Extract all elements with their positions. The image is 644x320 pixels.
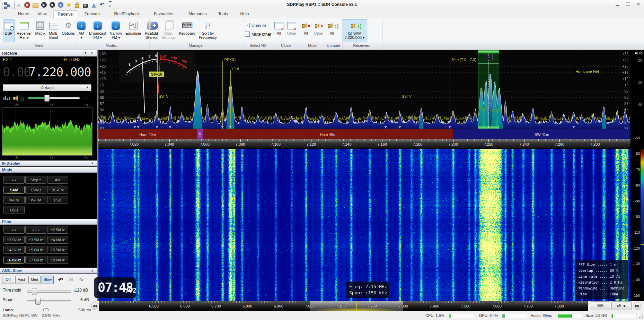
agc-button-off[interactable]: Off (2, 276, 14, 284)
spot-marker-label-hurricane-net[interactable]: Hurricane Net (575, 69, 600, 73)
ribbon-item-dsp[interactable]: DSP (3, 19, 15, 44)
mode-button-usb[interactable]: USB (3, 206, 25, 214)
panel-menu-icon[interactable]: ▾ (85, 51, 86, 55)
ribbon-item-equaliser[interactable]: Equaliser (124, 19, 143, 44)
filter-button-3-0khz[interactable]: ±3.0kHz (3, 236, 25, 244)
tab-tools[interactable]: Tools (214, 10, 232, 18)
spectrum-frequency-scale[interactable]: 7.0207.0407.0607.0807.1007.1207.1407.160… (98, 139, 630, 148)
ribbon-item-narrow-fm[interactable]: ♪Narrow FM ▾ (108, 19, 123, 44)
ribbon-item-1-sam[interactable]: [1] SAM7.220.000 ▾ (342, 19, 367, 44)
agc-button-fast[interactable]: Fast (15, 276, 27, 284)
nav-scroll-right-button[interactable]: ▶▶ (634, 302, 641, 310)
filter-button-5-5khz[interactable]: ±5.5kHz (47, 246, 68, 254)
ribbon-item-broadcast-fm[interactable]: ♪Broadcast FM ▾ (88, 19, 108, 44)
auto-range-label[interactable]: Auto (635, 51, 643, 55)
ribbon-item-matrix[interactable]: Matrix (34, 19, 47, 44)
ribbon-item-all[interactable]: All (326, 19, 338, 44)
unchecked-checkbox-icon[interactable] (245, 32, 250, 37)
preset-dropdown[interactable]: Default ▼ (3, 84, 91, 91)
spot-marker-label-sstv[interactable]: SSTV (401, 94, 412, 98)
mode-button-w-fm[interactable]: W-FM (25, 196, 46, 204)
spot-marker-label-40m-7-0-7-3[interactable]: 40m (7.0 - 7.3) (451, 58, 477, 62)
tab-memories[interactable]: Memories (184, 10, 211, 18)
ribbon-item-copy-settings[interactable]: Copy Settings (160, 19, 177, 44)
agc-button-slow[interactable]: Slow (42, 276, 54, 284)
filter-button-8-0khz[interactable]: ±8.0kHz (47, 256, 68, 264)
equalizer-bars-icon[interactable] (3, 95, 10, 100)
ribbon-item-keyboard[interactable]: ⌨Keyboard (178, 19, 197, 44)
ribbon-item-add[interactable]: +Add (149, 19, 160, 44)
maximize-button[interactable] (623, 0, 633, 8)
tab-view[interactable]: View (34, 10, 51, 18)
threshold-thumb[interactable] (32, 288, 37, 295)
mode-button-sam[interactable]: SAM (3, 186, 25, 194)
ribbon-item-options[interactable]: ⚙Options (60, 19, 76, 44)
waterfall-palette-colorbar[interactable] (641, 149, 644, 301)
filter-button-4-0khz[interactable]: ±4.0kHz (47, 236, 68, 244)
rx-selection-box[interactable] (478, 50, 499, 129)
section-filter[interactable]: Filter (0, 219, 97, 225)
mode-button-bc-fm[interactable]: BC-FM (47, 186, 68, 194)
band-segment-ft8[interactable]: FT8 (197, 129, 203, 139)
mode-button-cw-u[interactable]: CW-U (25, 186, 46, 194)
section-if-display[interactable]: IF Display▼ (0, 161, 97, 166)
undo-agc-icon[interactable]: ↶ (58, 276, 63, 284)
nav-scroll-left-button[interactable]: ◀◀ (91, 302, 98, 310)
envelope-icon[interactable]: ✉ (69, 276, 73, 283)
mode-button-lsb[interactable]: LSB (47, 196, 68, 204)
checkbox-unmute[interactable]: ✓Unmute (245, 23, 266, 28)
spot-marker-label-sstv[interactable]: SSTV (158, 94, 169, 98)
panel-close-icon[interactable]: ✕ (90, 51, 93, 55)
mode-button-[interactable]: ••• (3, 176, 25, 184)
band-segment-ham-40m[interactable]: Ham 40m (203, 129, 453, 139)
filter-button-2-5khz[interactable]: ±2.5kHz (47, 226, 68, 234)
spot-marker-label-psk31[interactable]: PSK31 (223, 58, 237, 62)
agc-graph-icon[interactable]: ∿ (79, 276, 83, 283)
close-button[interactable]: × (633, 0, 644, 8)
nav-zoom-button[interactable]: x5 ▶ (611, 301, 632, 310)
frequency-display[interactable]: 0.00 7.220.000 (0, 63, 97, 83)
tab-transmit[interactable]: Transmit (80, 10, 105, 18)
tab-home[interactable]: Home (14, 10, 33, 18)
mode-button-am[interactable]: AM (47, 176, 68, 184)
agc-button-med[interactable]: Med (28, 276, 41, 284)
volume-slider-thumb[interactable] (44, 95, 50, 102)
ribbon-item-other[interactable]: ×Other (285, 19, 298, 44)
filter-button-[interactable]: « | » (25, 226, 46, 234)
slope-slider[interactable] (27, 300, 71, 302)
resize-grip[interactable] (639, 314, 643, 318)
ribbon-item-sort-by-frequency[interactable]: 1 2Sort by Frequency (197, 19, 218, 44)
slope-thumb[interactable] (35, 298, 41, 305)
filter-button-5-0khz[interactable]: ±5.0kHz (25, 246, 46, 254)
checked-checkbox-icon[interactable]: ✓ (245, 23, 250, 28)
filter-button-[interactable]: ••• (3, 226, 25, 234)
tab-receive[interactable]: Receive (53, 10, 77, 18)
ribbon-item-receiver-pane[interactable]: Receiver Pane (15, 19, 33, 44)
mode-button-n-fm[interactable]: N-FM (3, 196, 25, 204)
ribbon-item-multi-band[interactable]: Multi-Band (47, 19, 60, 44)
navigator-scale[interactable]: 6.5006.6006.7006.8006.9007.0007.1007.200… (99, 301, 588, 311)
waterfall-canvas[interactable] (98, 149, 630, 301)
nav-keyboard-button[interactable]: ⌨ (591, 301, 610, 310)
section-mode[interactable]: Mode (0, 167, 97, 173)
ribbon-item-am[interactable]: ♪AM ▾ (76, 19, 87, 44)
band-segment-ham-40m[interactable]: Ham 40m (98, 129, 197, 139)
minimize-button[interactable] (612, 0, 623, 8)
filter-button-7-0khz[interactable]: ±7.0kHz (25, 256, 46, 264)
ribbon-item-all[interactable]: ×All (273, 19, 285, 44)
panel-scroll-up-icon[interactable]: ^ (82, 57, 84, 61)
filter-button-4-5khz[interactable]: ±4.5kHz (3, 246, 25, 254)
ribbon-item-other[interactable]: ×Other (312, 19, 325, 44)
spot-marker-label-ft8[interactable]: FT8 (231, 67, 240, 71)
speaker-icon[interactable] (12, 94, 21, 102)
tab-rec-playback[interactable]: Rec/Playback (110, 10, 144, 18)
volume-slider[interactable] (28, 97, 80, 99)
checkbox-mute-other[interactable]: Mute other (245, 32, 271, 37)
ribbon-item-all[interactable]: ×All (300, 19, 312, 44)
filter-button-6-0khz[interactable]: ±6.0kHz (3, 256, 25, 264)
band-segment-sw-41m[interactable]: SW 41m (453, 129, 630, 139)
section-agc[interactable]: AGC: Slow▲ (0, 268, 97, 274)
tab-help[interactable]: Help (236, 10, 253, 18)
filter-button-3-5khz[interactable]: ±3.5kHz (25, 236, 46, 244)
tab-favourites[interactable]: Favourites (150, 10, 177, 18)
